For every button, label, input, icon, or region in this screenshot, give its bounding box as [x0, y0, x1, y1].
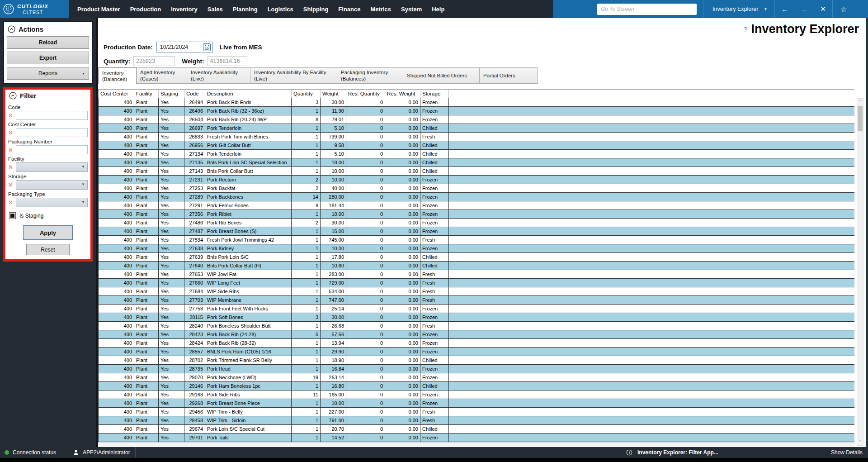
column-header-storage[interactable]: Storage	[420, 90, 449, 98]
table-row[interactable]: 400PlantYes26496Pork Back Rib (32 - 36oz…	[98, 107, 854, 115]
calendar-icon[interactable]: 15	[203, 43, 211, 51]
table-row[interactable]: 400PlantYes29701Pork Tails114.5200.00Fro…	[98, 433, 854, 442]
table-row[interactable]: 400PlantYes26956Pork Gilt Collar Butt19.…	[98, 141, 854, 150]
filter-select-storage[interactable]: ▼	[16, 180, 88, 190]
table-row[interactable]: 400PlantYes26697Pork Tenderloin15.1000.0…	[98, 124, 854, 133]
table-row[interactable]: 400PlantYes28424Pork Back Rib (28-32)113…	[98, 339, 854, 348]
menu-item-logistics[interactable]: Logistics	[263, 6, 298, 13]
table-row[interactable]: 400PlantYes26833Fresh Pork Trim with Bon…	[98, 133, 854, 141]
table-row[interactable]: 400PlantYes27639Bnls Pork Loin S/C117.80…	[98, 253, 854, 262]
table-row[interactable]: 400PlantYes29674Pork Loin S/C Special Cu…	[98, 425, 854, 433]
menu-item-product-master[interactable]: Product Master	[72, 6, 125, 13]
table-row[interactable]: 400PlantYes27291Pork Femur Bones8181.440…	[98, 201, 854, 210]
tab-shipped-not-billed-orders[interactable]: Shipped Not Billed Orders	[403, 67, 480, 84]
table-row[interactable]: 400PlantYes28702Pork Trimmed Flank SR Be…	[98, 356, 854, 365]
actions-panel-header[interactable]: Actions	[7, 24, 89, 36]
tab-packaging-inventory-balances[interactable]: Packaging Inventory (Balances)	[337, 67, 403, 84]
table-row[interactable]: 400PlantYes29070Pork Neckbone (LWD)19263…	[98, 373, 854, 382]
clear-filter-icon[interactable]: ✕	[8, 112, 14, 119]
menu-item-sales[interactable]: Sales	[203, 6, 228, 13]
tab-inventory-availability-by-facility-live[interactable]: Inventory Availability By Facility (Live…	[250, 67, 337, 84]
clear-filter-icon[interactable]: ✕	[8, 147, 14, 153]
clear-filter-icon[interactable]: ✕	[8, 199, 14, 206]
table-row[interactable]: 400PlantYes27703WIP Membrane1747.0000.00…	[98, 296, 854, 305]
table-row[interactable]: 400PlantYes27135Bnls Pork Loin SC Specia…	[98, 158, 854, 167]
clear-filter-icon[interactable]: ✕	[8, 164, 14, 171]
table-row[interactable]: 400PlantYes28115Pork Soft Bones330.0000.…	[98, 313, 854, 322]
reports-dropdown-button[interactable]: Reports ▼	[7, 67, 89, 80]
export-button[interactable]: Export	[7, 52, 89, 64]
tab-inventory-availability-live[interactable]: Inventory Availability (Live)	[187, 67, 250, 84]
scroll-down-arrow-icon[interactable]: ˇ	[857, 438, 863, 445]
menu-item-production[interactable]: Production	[125, 6, 166, 13]
menu-item-planning[interactable]: Planning	[228, 6, 263, 13]
table-row[interactable]: 400PlantYes27134Pork Tenderloin15.1000.0…	[98, 150, 854, 158]
scrollbar-thumb[interactable]	[858, 106, 863, 131]
back-button[interactable]: ←	[775, 0, 794, 18]
column-header-res-quantity[interactable]: Res. Quantity	[346, 90, 385, 98]
table-row[interactable]: 400PlantYes27487Pork Breast Bones (S)115…	[98, 227, 854, 236]
filter-input-code[interactable]	[16, 111, 88, 120]
go-to-screen-input[interactable]	[597, 4, 697, 15]
filter-panel-header[interactable]: Filter	[8, 90, 88, 103]
menu-item-metrics[interactable]: Metrics	[365, 6, 396, 13]
status-message-segment[interactable]: Inventory Explorer: Filter App...	[626, 447, 718, 458]
table-row[interactable]: 400PlantYes27143Bnls Pork Collar Butt110…	[98, 167, 854, 176]
table-row[interactable]: 400PlantYes27684WIP Side Ribs1534.0000.0…	[98, 287, 854, 296]
table-row[interactable]: 400PlantYes27253Pork Backfat240.0000.00F…	[98, 184, 854, 193]
table-row[interactable]: 400PlantYes29168Pork Side Ribs11165.0000…	[98, 391, 854, 399]
table-row[interactable]: 400PlantYes27640Bnls Pork Collar Butt (H…	[98, 262, 854, 270]
menu-item-system[interactable]: System	[396, 6, 427, 13]
table-row[interactable]: 400PlantYes26504Pork Back Rib (20-24) IW…	[98, 115, 854, 124]
table-row[interactable]: 400PlantYes27231Pork Rectum210.0000.00Fr…	[98, 176, 854, 184]
table-row[interactable]: 400PlantYes27653WIP Jowl Fat1283.0000.00…	[98, 270, 854, 279]
clear-filter-icon[interactable]: ✕	[8, 129, 14, 136]
menu-item-shipping[interactable]: Shipping	[298, 6, 334, 13]
table-row[interactable]: 400PlantYes27660WIP Long Feet1729.0000.0…	[98, 279, 854, 287]
vertical-scrollbar[interactable]: ˆ ˇ	[857, 98, 863, 446]
column-header-quantity[interactable]: Quantity	[292, 90, 321, 98]
table-row[interactable]: 400PlantYes27356Pork Riblet110.0000.00Fr…	[98, 210, 854, 219]
filter-input-cost-center[interactable]	[16, 128, 88, 137]
menu-item-finance[interactable]: Finance	[333, 6, 365, 13]
production-date-input[interactable]: 10/21/2024 15	[156, 42, 213, 52]
forward-button[interactable]: →	[794, 0, 814, 18]
is-staging-checkbox-row[interactable]: Is Staging	[9, 212, 88, 219]
reload-button[interactable]: Reload	[7, 36, 89, 49]
table-row[interactable]: 400PlantYes27534Fresh Pork Jowl Trimming…	[98, 236, 854, 244]
table-row[interactable]: 400PlantYes28735Pork Head116.8400.00Froz…	[98, 365, 854, 373]
table-row[interactable]: 400PlantYes29458WIP Trim - Sirloin1791.0…	[98, 416, 854, 425]
column-header-code[interactable]: Code	[184, 90, 205, 98]
horizontal-scrollbar[interactable]	[98, 442, 854, 447]
scroll-up-arrow-icon[interactable]: ˆ	[857, 99, 863, 105]
clear-filter-icon[interactable]: ✕	[8, 181, 14, 188]
favorite-star-button[interactable]: ☆	[833, 0, 854, 18]
table-row[interactable]: 400PlantYes27486Pork Rib Bones230.0000.0…	[98, 219, 854, 227]
table-row[interactable]: 400PlantYes26494Pork Back Rib Ends330.00…	[98, 98, 854, 107]
help-link[interactable]: ?	[744, 26, 747, 33]
close-screen-button[interactable]: ✕	[814, 0, 832, 18]
table-row[interactable]: 400PlantYes29146Pork Ham Boneless 1pc116…	[98, 382, 854, 391]
screen-selector-dropdown[interactable]: Inventory Explorer ▼	[703, 0, 774, 18]
menu-item-inventory[interactable]: Inventory	[166, 6, 203, 13]
reset-button[interactable]: Reset	[26, 244, 70, 255]
table-row[interactable]: 400PlantYes27758Pork Front Feet With Hoc…	[98, 305, 854, 313]
column-header-weight[interactable]: Weight	[321, 90, 346, 98]
filter-input-packaging-number[interactable]	[16, 145, 88, 154]
table-row[interactable]: 400PlantYes28240Pork Boneless Shoulder B…	[98, 322, 854, 330]
is-staging-checkbox[interactable]	[9, 212, 16, 219]
table-row[interactable]: 400PlantYes27638Pork Kidney110.0000.00Fr…	[98, 244, 854, 253]
filter-select-packaging-type[interactable]: ▼	[16, 198, 88, 207]
column-header-res-weight[interactable]: Res. Weight	[385, 90, 420, 98]
filter-select-facility[interactable]: ▼	[16, 162, 88, 172]
table-row[interactable]: 400PlantYes28557BNLS Pork Ham (C105) 1/1…	[98, 348, 854, 356]
column-header-facility[interactable]: Facility	[134, 90, 159, 98]
tab-aged-inventory-cases[interactable]: Aged Inventory (Cases)	[136, 67, 187, 84]
table-row[interactable]: 400PlantYes28423Pork Back Rib (24-28)557…	[98, 330, 854, 339]
show-details-link[interactable]: Show Details	[831, 447, 863, 458]
table-row[interactable]: 400PlantYes29456WIP Trim - Belly1227.000…	[98, 408, 854, 416]
app-logo[interactable]: CUTLOGIX CLTEST	[0, 0, 69, 18]
tab-partial-orders[interactable]: Partial Orders	[479, 67, 538, 84]
tab-inventory-balances[interactable]: Inventory (Balances)	[98, 67, 137, 84]
column-header-description[interactable]: Description	[205, 90, 292, 98]
